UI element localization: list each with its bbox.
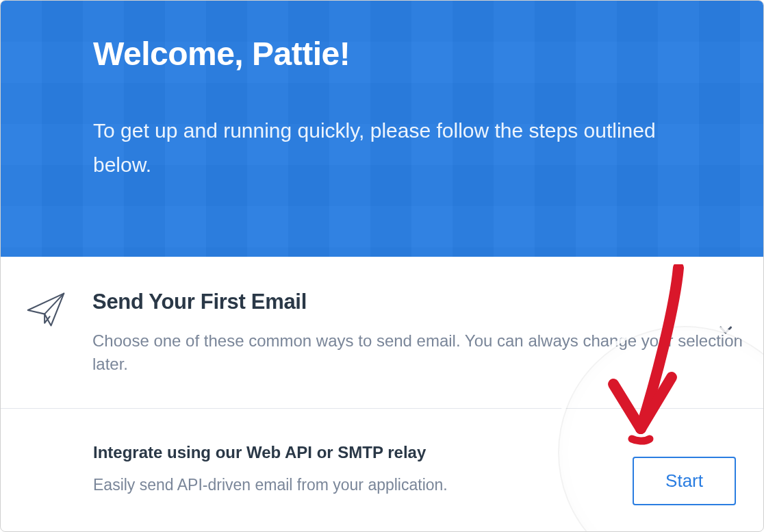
paper-plane-icon bbox=[21, 290, 71, 339]
send-first-email-section[interactable]: Send Your First Email Choose one of thes… bbox=[1, 257, 763, 409]
section-title: Send Your First Email bbox=[92, 290, 743, 314]
start-button[interactable]: Start bbox=[633, 457, 736, 505]
welcome-title: Welcome, Pattie! bbox=[93, 35, 671, 73]
option-description: Easily send API-driven email from your a… bbox=[93, 476, 671, 494]
welcome-subtitle: To get up and running quickly, please fo… bbox=[93, 114, 671, 181]
chevron-down-icon[interactable] bbox=[715, 320, 736, 343]
welcome-hero: Welcome, Pattie! To get up and running q… bbox=[1, 1, 763, 257]
option-title: Integrate using our Web API or SMTP rela… bbox=[93, 443, 671, 462]
section-description: Choose one of these common ways to send … bbox=[92, 329, 743, 375]
